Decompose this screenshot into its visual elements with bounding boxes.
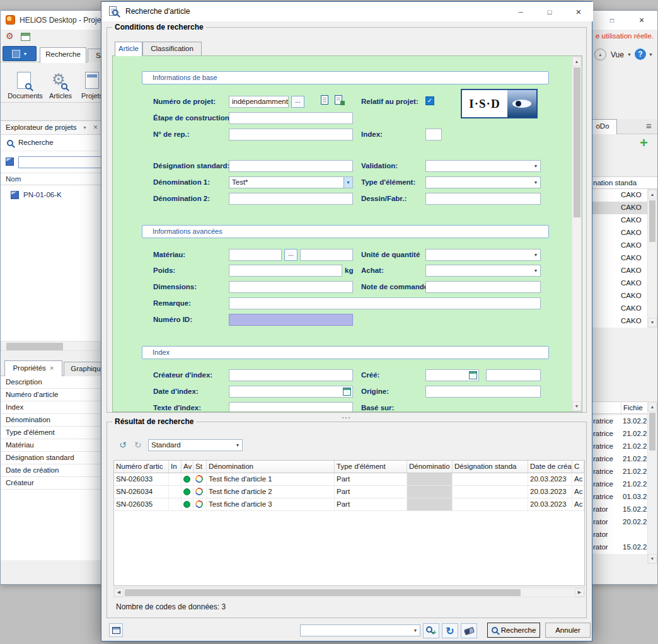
scroll-up-icon[interactable]	[572, 57, 581, 66]
col-in[interactable]: In	[169, 461, 182, 473]
type-element-dropdown[interactable]	[425, 176, 541, 188]
file-row[interactable]: ratrice01.03.2	[592, 491, 649, 503]
project-transfer-icon[interactable]	[335, 95, 345, 106]
file-row[interactable]: ratrice21.02.2	[592, 428, 649, 440]
file-row[interactable]: ratrice21.02.2	[592, 453, 649, 466]
preset-combo[interactable]: Standard	[148, 439, 243, 451]
close-icon[interactable]	[50, 364, 54, 372]
redo-icon[interactable]	[134, 440, 142, 450]
scroll-down-icon[interactable]	[648, 554, 657, 563]
file-row[interactable]: ratrice13.02.2	[592, 415, 649, 428]
col-numero-article[interactable]: Numéro d'artic	[114, 461, 169, 473]
chevron-down-icon[interactable]	[83, 125, 87, 130]
help-icon[interactable]: ?	[635, 49, 646, 60]
scrollbar-thumb[interactable]	[574, 67, 580, 217]
scroll-left-icon[interactable]	[114, 588, 124, 597]
file-row[interactable]: ratrice21.02.2	[592, 478, 649, 491]
scroll-down-icon[interactable]	[572, 401, 581, 411]
materiau-name-field[interactable]	[300, 249, 353, 261]
date-index-field[interactable]	[229, 386, 353, 398]
chevron-down-icon[interactable]	[411, 625, 420, 636]
tab-proprietes[interactable]: Propriétés	[4, 360, 62, 376]
numero-id-field[interactable]	[229, 314, 353, 326]
calendar-icon[interactable]	[343, 388, 351, 396]
dimensions-field[interactable]	[229, 281, 353, 293]
col-date-creation[interactable]: Date de créa	[528, 461, 572, 473]
achat-dropdown[interactable]	[425, 265, 541, 277]
restore-icon[interactable]	[598, 11, 626, 30]
list-item[interactable]: CAKO	[592, 315, 649, 328]
file-vscrollbar[interactable]	[647, 401, 657, 564]
scroll-up-icon[interactable]	[648, 190, 657, 199]
origine-field[interactable]	[425, 386, 541, 398]
table-row[interactable]: SN-026033 Test fiche d'article 1 Part 20…	[114, 473, 584, 486]
collapse-ribbon-icon[interactable]	[594, 49, 606, 60]
documents-button[interactable]: Documents	[7, 64, 43, 101]
col-denomination[interactable]: Dénomination	[207, 461, 335, 473]
col-type-element[interactable]: Type d'élément	[335, 461, 407, 473]
createur-index-field[interactable]	[229, 369, 353, 381]
chevron-down-icon[interactable]	[531, 250, 540, 260]
col-denominatio[interactable]: Dénominatio	[407, 461, 453, 473]
col-createur[interactable]: C	[572, 461, 584, 473]
col-av[interactable]: Av	[182, 461, 193, 473]
scrollbar-thumb[interactable]	[649, 200, 655, 242]
col-designation-standard[interactable]: Désignation standa	[453, 461, 528, 473]
cree-date-field[interactable]	[425, 369, 479, 381]
table-row[interactable]: SN-026035 Test fiche d'article 3 Part 20…	[114, 498, 584, 511]
materiau-browse-button[interactable]: ...	[284, 249, 297, 261]
scrollbar-thumb[interactable]	[125, 589, 521, 596]
maximize-icon[interactable]	[535, 2, 564, 21]
list-item[interactable]: CAKO	[592, 265, 649, 277]
refresh-button[interactable]	[442, 623, 458, 638]
dialog-pin-button[interactable]	[109, 623, 123, 637]
materiau-field[interactable]	[229, 249, 282, 261]
tab-article[interactable]: Article	[115, 42, 142, 56]
unite-quantite-dropdown[interactable]	[425, 249, 541, 261]
chevron-down-icon[interactable]	[531, 161, 540, 171]
table-icon[interactable]	[21, 33, 30, 41]
recherche-button[interactable]: Recherche	[487, 623, 540, 638]
denomination1-combo[interactable]: Test*	[229, 176, 353, 188]
poids-field[interactable]	[229, 265, 342, 277]
designation-standard-field[interactable]	[229, 160, 353, 172]
list-item[interactable]: CAKO	[592, 239, 649, 252]
results-hscrollbar[interactable]	[113, 587, 585, 597]
menu-icon[interactable]	[646, 120, 652, 131]
cree-time-field[interactable]	[486, 369, 541, 381]
file-row[interactable]: ratrice21.02.2	[592, 466, 649, 478]
add-icon[interactable]	[640, 137, 648, 149]
list-item[interactable]: CAKO	[592, 252, 649, 265]
note-commande-field[interactable]	[425, 281, 541, 293]
scrollbar-thumb[interactable]	[649, 413, 655, 451]
list-item[interactable]: CAKO	[592, 302, 649, 315]
col-st[interactable]: St	[193, 461, 207, 473]
list-item[interactable]: CAKO	[592, 227, 649, 239]
close-icon[interactable]	[627, 11, 656, 30]
new-search-button[interactable]	[3, 46, 37, 61]
chevron-down-icon[interactable]	[531, 177, 540, 188]
close-icon[interactable]	[564, 2, 593, 21]
scroll-down-icon[interactable]	[648, 318, 657, 327]
chevron-down-icon[interactable]	[531, 265, 540, 276]
file-row[interactable]: rator	[592, 529, 649, 541]
index-field[interactable]	[425, 129, 442, 141]
denomination2-field[interactable]	[229, 193, 353, 205]
scrollbar-thumb[interactable]	[6, 343, 63, 350]
relatif-projet-checkbox[interactable]	[425, 96, 434, 105]
chevron-down-icon[interactable]	[233, 440, 242, 451]
articles-button[interactable]: Articles	[45, 64, 76, 101]
list-column-header[interactable]: nation standa	[592, 176, 657, 189]
calendar-icon[interactable]	[469, 371, 477, 379]
dessin-fabr-field[interactable]	[425, 193, 541, 205]
list-vscrollbar[interactable]	[647, 189, 657, 328]
no-rep-field[interactable]	[229, 129, 353, 141]
scroll-up-icon[interactable]	[648, 402, 657, 411]
table-row[interactable]: SN-026034 Test fiche d'article 2 Part 20…	[114, 486, 584, 498]
vue-menu-label[interactable]: Vue	[611, 50, 624, 59]
remarque-field[interactable]	[229, 297, 541, 309]
close-icon[interactable]	[93, 123, 98, 132]
file-row[interactable]: rator20.02.2	[592, 516, 649, 529]
chevron-down-icon[interactable]	[343, 177, 352, 188]
numero-projet-browse-button[interactable]: ...	[291, 96, 304, 108]
